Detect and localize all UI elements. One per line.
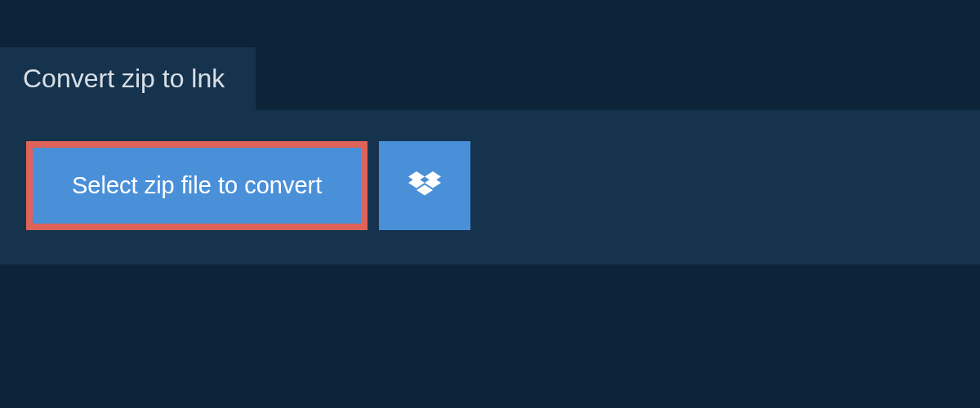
dropbox-icon xyxy=(408,171,441,201)
dropbox-button[interactable] xyxy=(379,141,470,230)
button-row: Select zip file to convert xyxy=(26,141,954,230)
tab-label: Convert zip to lnk xyxy=(23,64,225,93)
convert-panel: Select zip file to convert xyxy=(0,110,980,264)
select-file-label: Select zip file to convert xyxy=(72,174,322,197)
tab-convert[interactable]: Convert zip to lnk xyxy=(0,47,256,110)
select-file-button[interactable]: Select zip file to convert xyxy=(26,141,368,230)
